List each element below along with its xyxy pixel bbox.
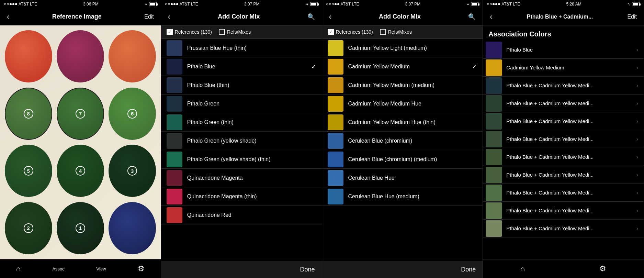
filter-references-2[interactable]: References (130)	[167, 29, 212, 35]
checkbox-references-3[interactable]	[328, 29, 334, 35]
list-item[interactable]: Quinacridone Red	[161, 206, 322, 224]
list-item[interactable]: Pthalo Blue + Cadmium Yellow Medi... ›	[483, 94, 644, 112]
list-item[interactable]: Pthalo Blue + Cadmium Yellow Medi... ›	[483, 220, 644, 237]
list-item[interactable]: Cadmium Yellow Medium ✓	[322, 57, 483, 76]
search-icon-2: 🔍	[307, 13, 315, 20]
color-name: Cadmium Yellow Medium Hue (thin)	[348, 119, 477, 125]
assoc-swatch	[486, 77, 502, 94]
done-button-2[interactable]: Done	[300, 266, 315, 273]
carrier-3: AT&T LTE	[341, 2, 359, 7]
edit-button-1[interactable]: Edit	[142, 12, 157, 21]
time-3: 3:07 PM	[405, 2, 421, 7]
reference-image: 8 7 6 5 4 3 2 1	[0, 25, 161, 259]
checkbox-references-2[interactable]	[167, 29, 173, 35]
assoc-swatch	[486, 149, 502, 165]
color-swatch	[328, 133, 343, 149]
home-button[interactable]: ⌂	[16, 264, 20, 273]
list-item[interactable]: Pthalo Green (thin)	[161, 113, 322, 132]
bluetooth-icon-1: ∗	[145, 2, 148, 7]
signal-dots-1	[4, 3, 17, 5]
list-item[interactable]: Cadmium Yellow Medium Hue	[322, 94, 483, 113]
list-item[interactable]: Pthalo Blue ›	[483, 41, 644, 59]
color-swatch	[328, 77, 343, 93]
list-item[interactable]: Prussian Blue Hue (thin)	[161, 39, 322, 57]
list-item[interactable]: Pthalo Blue + Cadmium Yellow Medi... ›	[483, 112, 644, 130]
filter-refsmixes-label-2: Refs/Mixes	[227, 29, 251, 35]
checkbox-refsmixes-2[interactable]	[219, 29, 225, 35]
color-list-2: References (130) Refs/Mixes Prussian Blu…	[161, 25, 322, 261]
color-items-3: Cadmium Yellow Light (medium) Cadmium Ye…	[322, 39, 483, 259]
back-button-2[interactable]: ‹	[165, 11, 173, 23]
done-button-3[interactable]: Done	[461, 266, 476, 273]
list-item[interactable]: Cadmium Yellow Medium ›	[483, 59, 644, 77]
search-button-3[interactable]: 🔍	[465, 12, 478, 22]
list-item[interactable]: Pthalo Green (yellow shade) (thin)	[161, 150, 322, 169]
view-button[interactable]: View	[97, 266, 106, 271]
color-swatch	[328, 59, 343, 75]
color-swatch	[167, 189, 182, 204]
chevron-right-icon: ›	[636, 100, 638, 107]
back-button-4[interactable]: ‹	[487, 11, 495, 23]
back-button-1[interactable]: ‹	[4, 11, 12, 23]
home-button-4[interactable]: ⌂	[520, 264, 525, 273]
list-item[interactable]: Cadmium Yellow Medium (medium)	[322, 76, 483, 94]
color-name: Pthalo Green (yellow shade)	[187, 138, 316, 144]
checkbox-refsmixes-3[interactable]	[380, 29, 386, 35]
list-item[interactable]: Pthalo Green	[161, 94, 322, 113]
color-swatch	[167, 77, 182, 93]
paint-circle-blue	[109, 202, 156, 254]
back-button-3[interactable]: ‹	[326, 11, 334, 23]
edit-button-4[interactable]: Edit	[624, 12, 640, 21]
list-item[interactable]: Cerulean Blue (chromium) (medium)	[322, 150, 483, 169]
list-item[interactable]: Quinacridone Magenta (thin)	[161, 187, 322, 206]
list-item[interactable]: Pthalo Green (yellow shade)	[161, 132, 322, 150]
filter-references-3[interactable]: References (130)	[328, 29, 373, 35]
assoc-swatch	[486, 42, 502, 58]
color-name: Pthalo Green	[187, 101, 316, 107]
list-item[interactable]: Pthalo Blue + Cadmium Yellow Medi... ›	[483, 184, 644, 202]
screen4: AT&T LTE 5:28 AM ∿ ‹ Pthalo Blue + Cadmi…	[483, 0, 644, 278]
assoc-name: Pthalo Blue + Cadmium Yellow Medi...	[506, 154, 636, 160]
settings-button-1[interactable]: ⚙	[138, 264, 145, 273]
color-name: Prussian Blue Hue (thin)	[187, 45, 316, 51]
search-button-2[interactable]: 🔍	[305, 12, 318, 22]
list-item[interactable]: Pthalo Blue + Cadmium Yellow Medi... ›	[483, 77, 644, 94]
list-item[interactable]: Cadmium Yellow Light (medium)	[322, 39, 483, 57]
list-item[interactable]: Pthalo Blue + Cadmium Yellow Medi... ›	[483, 166, 644, 184]
list-item[interactable]: Pthalo Blue + Cadmium Yellow Medi... ›	[483, 202, 644, 220]
list-item[interactable]: Pthalo Blue + Cadmium Yellow Medi... ›	[483, 148, 644, 166]
assoc-swatch	[486, 202, 502, 219]
chevron-right-icon: ›	[636, 136, 638, 142]
list-item[interactable]: Cerulean Blue (chromium)	[322, 132, 483, 150]
filter-refsmixes-3[interactable]: Refs/Mixes	[380, 29, 412, 35]
color-swatch	[167, 59, 182, 75]
gear-icon-4: ⚙	[599, 264, 606, 273]
bluetooth-icon-2: ∗	[306, 2, 309, 7]
filter-references-label-3: References (130)	[336, 29, 373, 35]
list-item[interactable]: Pthalo Blue + Cadmium Yellow Medi... ›	[483, 130, 644, 148]
time-2: 3:07 PM	[244, 2, 260, 7]
paint-circle-2: 2	[5, 202, 52, 254]
filter-refsmixes-2[interactable]: Refs/Mixes	[219, 29, 251, 35]
assoc-list: Association Colors Pthalo Blue › Cadmium…	[483, 25, 644, 259]
list-item[interactable]: Pthalo Blue ✓	[161, 57, 322, 76]
nav-bar-1: ‹ Reference Image Edit	[0, 8, 161, 25]
nav-bar-4: ‹ Pthalo Blue + Cadmium... Edit	[483, 8, 644, 25]
color-name: Cadmium Yellow Medium (medium)	[348, 82, 477, 88]
battery-icon-3	[471, 2, 478, 6]
gear-icon-1: ⚙	[138, 264, 145, 273]
done-bar-2: Done	[161, 261, 322, 278]
list-item[interactable]: Cerulean Blue Hue	[322, 169, 483, 187]
assoc-button[interactable]: Assoc	[52, 266, 64, 271]
paint-circle-6: 6	[109, 88, 156, 140]
assoc-label: Assoc	[52, 266, 64, 271]
list-item[interactable]: Quinacridone Magenta	[161, 169, 322, 187]
list-item[interactable]: Cerulean Blue Hue (medium)	[322, 187, 483, 206]
list-item[interactable]: Cadmium Yellow Medium Hue (thin)	[322, 113, 483, 132]
status-bar-2: AT&T LTE 3:07 PM ∗	[161, 0, 322, 8]
battery-icon-1	[149, 2, 157, 6]
view-label: View	[97, 266, 106, 271]
assoc-name: Pthalo Blue + Cadmium Yellow Medi...	[506, 225, 636, 231]
list-item[interactable]: Pthalo Blue (thin)	[161, 76, 322, 94]
settings-button-4[interactable]: ⚙	[599, 264, 606, 273]
